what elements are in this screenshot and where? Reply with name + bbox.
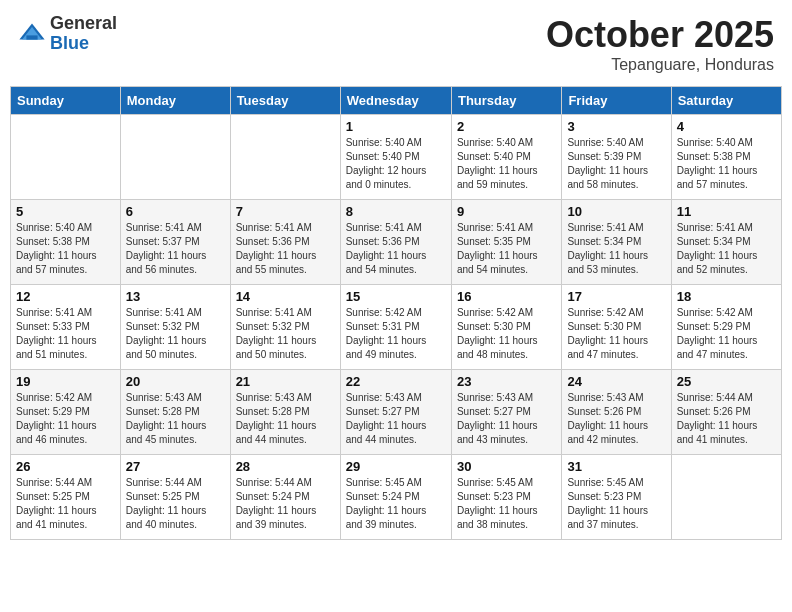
calendar-cell: 8Sunrise: 5:41 AM Sunset: 5:36 PM Daylig… <box>340 200 451 285</box>
calendar-cell: 31Sunrise: 5:45 AM Sunset: 5:23 PM Dayli… <box>562 455 671 540</box>
day-info: Sunrise: 5:42 AM Sunset: 5:29 PM Dayligh… <box>677 306 776 362</box>
day-number: 11 <box>677 204 776 219</box>
day-number: 13 <box>126 289 225 304</box>
day-info: Sunrise: 5:43 AM Sunset: 5:27 PM Dayligh… <box>457 391 556 447</box>
calendar-cell: 9Sunrise: 5:41 AM Sunset: 5:35 PM Daylig… <box>451 200 561 285</box>
day-info: Sunrise: 5:45 AM Sunset: 5:23 PM Dayligh… <box>567 476 665 532</box>
calendar-table: SundayMondayTuesdayWednesdayThursdayFrid… <box>10 86 782 540</box>
day-number: 19 <box>16 374 115 389</box>
day-number: 22 <box>346 374 446 389</box>
logo-blue-text: Blue <box>50 34 117 54</box>
calendar-cell: 29Sunrise: 5:45 AM Sunset: 5:24 PM Dayli… <box>340 455 451 540</box>
calendar-cell: 11Sunrise: 5:41 AM Sunset: 5:34 PM Dayli… <box>671 200 781 285</box>
day-info: Sunrise: 5:43 AM Sunset: 5:26 PM Dayligh… <box>567 391 665 447</box>
calendar-cell: 19Sunrise: 5:42 AM Sunset: 5:29 PM Dayli… <box>11 370 121 455</box>
day-number: 8 <box>346 204 446 219</box>
day-number: 20 <box>126 374 225 389</box>
day-number: 5 <box>16 204 115 219</box>
day-number: 4 <box>677 119 776 134</box>
calendar-cell: 26Sunrise: 5:44 AM Sunset: 5:25 PM Dayli… <box>11 455 121 540</box>
day-info: Sunrise: 5:40 AM Sunset: 5:38 PM Dayligh… <box>677 136 776 192</box>
day-info: Sunrise: 5:41 AM Sunset: 5:34 PM Dayligh… <box>567 221 665 277</box>
day-info: Sunrise: 5:41 AM Sunset: 5:35 PM Dayligh… <box>457 221 556 277</box>
day-info: Sunrise: 5:43 AM Sunset: 5:28 PM Dayligh… <box>236 391 335 447</box>
day-info: Sunrise: 5:44 AM Sunset: 5:24 PM Dayligh… <box>236 476 335 532</box>
calendar-cell: 10Sunrise: 5:41 AM Sunset: 5:34 PM Dayli… <box>562 200 671 285</box>
day-number: 7 <box>236 204 335 219</box>
calendar-cell: 13Sunrise: 5:41 AM Sunset: 5:32 PM Dayli… <box>120 285 230 370</box>
day-number: 26 <box>16 459 115 474</box>
page-header: General Blue October 2025 Tepanguare, Ho… <box>10 10 782 78</box>
day-info: Sunrise: 5:41 AM Sunset: 5:37 PM Dayligh… <box>126 221 225 277</box>
calendar-cell: 3Sunrise: 5:40 AM Sunset: 5:39 PM Daylig… <box>562 115 671 200</box>
month-title: October 2025 <box>546 14 774 56</box>
day-number: 18 <box>677 289 776 304</box>
location-subtitle: Tepanguare, Honduras <box>546 56 774 74</box>
day-info: Sunrise: 5:45 AM Sunset: 5:23 PM Dayligh… <box>457 476 556 532</box>
calendar-cell: 18Sunrise: 5:42 AM Sunset: 5:29 PM Dayli… <box>671 285 781 370</box>
day-number: 14 <box>236 289 335 304</box>
day-number: 21 <box>236 374 335 389</box>
weekday-header-saturday: Saturday <box>671 87 781 115</box>
calendar-cell: 28Sunrise: 5:44 AM Sunset: 5:24 PM Dayli… <box>230 455 340 540</box>
weekday-header-tuesday: Tuesday <box>230 87 340 115</box>
logo-icon <box>18 20 46 48</box>
calendar-cell: 24Sunrise: 5:43 AM Sunset: 5:26 PM Dayli… <box>562 370 671 455</box>
day-info: Sunrise: 5:41 AM Sunset: 5:34 PM Dayligh… <box>677 221 776 277</box>
weekday-header-friday: Friday <box>562 87 671 115</box>
day-number: 1 <box>346 119 446 134</box>
day-number: 12 <box>16 289 115 304</box>
day-info: Sunrise: 5:40 AM Sunset: 5:40 PM Dayligh… <box>346 136 446 192</box>
calendar-cell: 22Sunrise: 5:43 AM Sunset: 5:27 PM Dayli… <box>340 370 451 455</box>
day-number: 9 <box>457 204 556 219</box>
logo-text: General Blue <box>50 14 117 54</box>
day-info: Sunrise: 5:42 AM Sunset: 5:30 PM Dayligh… <box>457 306 556 362</box>
calendar-cell: 4Sunrise: 5:40 AM Sunset: 5:38 PM Daylig… <box>671 115 781 200</box>
logo: General Blue <box>18 14 117 54</box>
calendar-week-row: 19Sunrise: 5:42 AM Sunset: 5:29 PM Dayli… <box>11 370 782 455</box>
day-number: 30 <box>457 459 556 474</box>
calendar-week-row: 5Sunrise: 5:40 AM Sunset: 5:38 PM Daylig… <box>11 200 782 285</box>
calendar-cell: 6Sunrise: 5:41 AM Sunset: 5:37 PM Daylig… <box>120 200 230 285</box>
weekday-header-sunday: Sunday <box>11 87 121 115</box>
calendar-cell: 16Sunrise: 5:42 AM Sunset: 5:30 PM Dayli… <box>451 285 561 370</box>
calendar-cell: 17Sunrise: 5:42 AM Sunset: 5:30 PM Dayli… <box>562 285 671 370</box>
day-number: 10 <box>567 204 665 219</box>
calendar-cell: 12Sunrise: 5:41 AM Sunset: 5:33 PM Dayli… <box>11 285 121 370</box>
day-info: Sunrise: 5:41 AM Sunset: 5:32 PM Dayligh… <box>236 306 335 362</box>
day-number: 27 <box>126 459 225 474</box>
day-number: 17 <box>567 289 665 304</box>
day-info: Sunrise: 5:41 AM Sunset: 5:36 PM Dayligh… <box>236 221 335 277</box>
day-info: Sunrise: 5:44 AM Sunset: 5:25 PM Dayligh… <box>126 476 225 532</box>
day-number: 31 <box>567 459 665 474</box>
day-number: 25 <box>677 374 776 389</box>
day-number: 16 <box>457 289 556 304</box>
title-block: October 2025 Tepanguare, Honduras <box>546 14 774 74</box>
calendar-week-row: 1Sunrise: 5:40 AM Sunset: 5:40 PM Daylig… <box>11 115 782 200</box>
weekday-header-monday: Monday <box>120 87 230 115</box>
calendar-body: 1Sunrise: 5:40 AM Sunset: 5:40 PM Daylig… <box>11 115 782 540</box>
day-number: 3 <box>567 119 665 134</box>
logo-general-text: General <box>50 14 117 34</box>
day-info: Sunrise: 5:44 AM Sunset: 5:26 PM Dayligh… <box>677 391 776 447</box>
day-info: Sunrise: 5:44 AM Sunset: 5:25 PM Dayligh… <box>16 476 115 532</box>
calendar-cell: 23Sunrise: 5:43 AM Sunset: 5:27 PM Dayli… <box>451 370 561 455</box>
day-number: 23 <box>457 374 556 389</box>
svg-rect-2 <box>26 35 37 39</box>
calendar-cell: 27Sunrise: 5:44 AM Sunset: 5:25 PM Dayli… <box>120 455 230 540</box>
day-info: Sunrise: 5:45 AM Sunset: 5:24 PM Dayligh… <box>346 476 446 532</box>
calendar-week-row: 26Sunrise: 5:44 AM Sunset: 5:25 PM Dayli… <box>11 455 782 540</box>
calendar-cell <box>230 115 340 200</box>
weekday-header-row: SundayMondayTuesdayWednesdayThursdayFrid… <box>11 87 782 115</box>
day-number: 28 <box>236 459 335 474</box>
day-info: Sunrise: 5:41 AM Sunset: 5:32 PM Dayligh… <box>126 306 225 362</box>
calendar-cell: 20Sunrise: 5:43 AM Sunset: 5:28 PM Dayli… <box>120 370 230 455</box>
day-number: 2 <box>457 119 556 134</box>
calendar-cell: 7Sunrise: 5:41 AM Sunset: 5:36 PM Daylig… <box>230 200 340 285</box>
day-info: Sunrise: 5:43 AM Sunset: 5:28 PM Dayligh… <box>126 391 225 447</box>
day-info: Sunrise: 5:43 AM Sunset: 5:27 PM Dayligh… <box>346 391 446 447</box>
weekday-header-wednesday: Wednesday <box>340 87 451 115</box>
day-info: Sunrise: 5:40 AM Sunset: 5:38 PM Dayligh… <box>16 221 115 277</box>
day-info: Sunrise: 5:42 AM Sunset: 5:29 PM Dayligh… <box>16 391 115 447</box>
calendar-cell: 14Sunrise: 5:41 AM Sunset: 5:32 PM Dayli… <box>230 285 340 370</box>
